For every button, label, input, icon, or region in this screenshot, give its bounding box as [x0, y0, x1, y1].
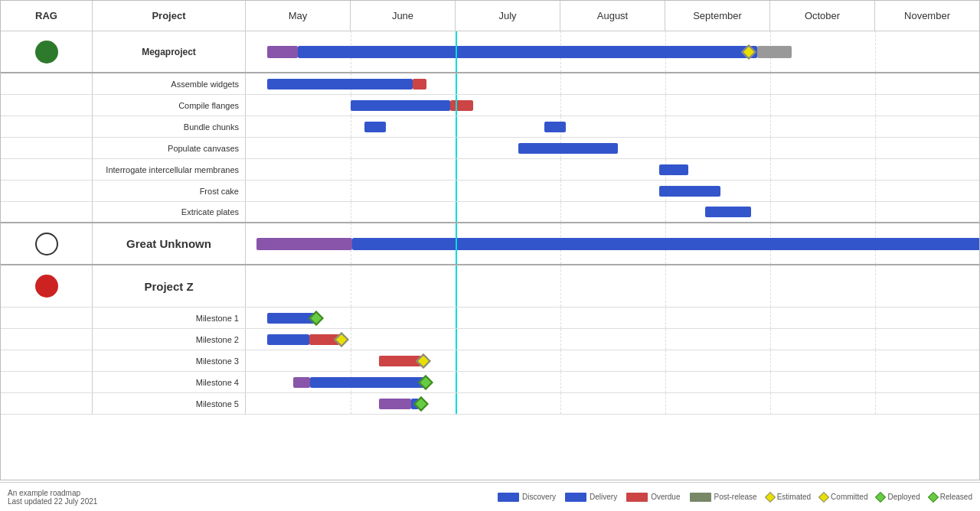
m1-timeline: [246, 308, 979, 328]
pc-blue: [518, 143, 618, 154]
tg4g: [665, 202, 666, 222]
tg1g: [351, 202, 351, 222]
task-timeline-6: [246, 181, 979, 201]
m2-timeline: [246, 329, 979, 350]
header-row: RAG Project May June July August: [1, 1, 979, 31]
legend-delivery-box: [565, 493, 586, 502]
ep-blue: [705, 207, 751, 217]
task-timeline-5: [246, 159, 979, 180]
fc-blue: [659, 186, 720, 197]
m2-g4: [665, 329, 666, 350]
m3-timeline: [246, 350, 979, 371]
megaproject-timeline: [246, 31, 979, 72]
legend-discovery-label: Discovery: [522, 493, 556, 501]
milestone-1-row: Milestone 1: [1, 308, 979, 329]
tg3g: [560, 202, 561, 222]
mega-bar-pre: [267, 46, 298, 58]
rag-green-circle: [35, 41, 58, 63]
task-name-1: Assemble widgets: [93, 73, 246, 94]
m3-rag: [1, 350, 93, 371]
legend-discovery-box: [498, 493, 519, 502]
bc-blue2: [544, 122, 566, 132]
today-6: [456, 181, 457, 201]
tg5c: [770, 116, 771, 137]
task-frost-cake: Frost cake: [1, 181, 979, 202]
m5-g3: [560, 393, 561, 414]
legend-post-release-box: [690, 493, 711, 502]
task-bundle-chunks: Bundle chunks: [1, 116, 979, 138]
task-timeline-1: [246, 73, 979, 94]
pz-g5: [770, 265, 771, 307]
task-populate-canvases: Populate canvases: [1, 138, 979, 159]
today-2: [456, 95, 457, 116]
m2-g1: [351, 329, 351, 350]
m1-g4: [665, 308, 666, 328]
task-rag-7: [1, 202, 93, 222]
legend-post-release-label: Post-release: [714, 493, 757, 501]
m5-g6: [875, 393, 876, 414]
legend-deployed-label: Deployed: [887, 493, 920, 501]
month-may: May: [246, 1, 351, 31]
m2-rag: [1, 329, 93, 350]
m5-g5: [770, 393, 771, 414]
gu-today: [456, 223, 457, 264]
milestone-5-row: Milestone 5: [1, 393, 979, 415]
m1-today: [456, 308, 457, 328]
legend-released: Released: [929, 493, 972, 501]
mega-bar-blue: [298, 46, 757, 58]
tg5b: [770, 95, 771, 116]
task-compile-flanges: Compile flanges: [1, 95, 979, 116]
task-name-7: Extricate plates: [93, 202, 246, 222]
month-october: October: [770, 1, 875, 31]
rows-container: Megaproject: [1, 31, 979, 480]
m4-rag: [1, 372, 93, 392]
tg6e: [875, 159, 876, 180]
tg4c: [665, 116, 666, 137]
task-name-3: Bundle chunks: [93, 116, 246, 137]
legend-overdue: Overdue: [626, 493, 680, 502]
aw-red: [413, 79, 426, 90]
timeline-header: May June July August September October: [246, 1, 979, 31]
legend-released-diamond: [928, 491, 939, 502]
m4-g5: [770, 372, 771, 392]
m1-g5: [770, 308, 771, 328]
rag-white-circle: [35, 233, 58, 255]
pz-name: Project Z: [93, 265, 246, 307]
tg5f: [770, 181, 771, 201]
mega-bar-gray: [757, 46, 792, 58]
tg5g: [770, 202, 771, 222]
m4-today: [456, 372, 457, 392]
megaproject-name: Megaproject: [93, 31, 246, 72]
grid-line-6: [875, 31, 876, 72]
tg1f: [351, 181, 351, 201]
tg3f: [560, 181, 561, 201]
legend-committed-label: Committed: [831, 493, 867, 501]
legend: Discovery Delivery Overdue Post-release …: [498, 493, 972, 502]
m5-today: [456, 393, 457, 414]
m3-g6: [875, 350, 876, 371]
legend-post-release: Post-release: [690, 493, 757, 502]
m4-name: Milestone 4: [93, 372, 246, 392]
today-line-megaproject: [456, 31, 457, 72]
m5-name: Milestone 5: [93, 393, 246, 414]
milestone-3-row: Milestone 3: [1, 350, 979, 372]
month-november: November: [875, 1, 979, 31]
megaproject-rag: [1, 31, 93, 72]
tg6f: [875, 181, 876, 201]
gantt-chart: RAG Project May June July August: [0, 0, 980, 511]
m5-g4: [665, 393, 666, 414]
legend-delivery-label: Delivery: [590, 493, 617, 501]
m3-g3: [560, 350, 561, 371]
pz-g4: [665, 265, 666, 307]
project-header-label: Project: [152, 10, 185, 21]
month-july: July: [456, 1, 560, 31]
tg6g: [875, 202, 876, 222]
task-rag-6: [1, 181, 93, 201]
rag-header-label: RAG: [35, 10, 57, 21]
task-interrogate: Interrogate intercellular membranes: [1, 159, 979, 181]
tg1c: [351, 116, 351, 137]
m1-g6: [875, 308, 876, 328]
legend-deployed: Deployed: [877, 493, 920, 501]
m5-g1: [351, 393, 351, 414]
great-unknown-row: Great Unknown: [1, 223, 979, 265]
